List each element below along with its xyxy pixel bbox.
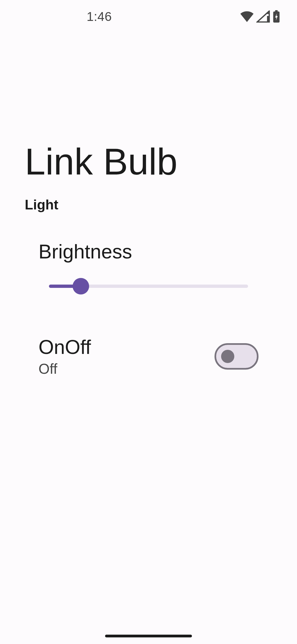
switch-thumb [221, 350, 234, 363]
onoff-labels: OnOff Off [38, 336, 91, 377]
brightness-label: Brightness [38, 240, 272, 263]
page-subtitle: Light [25, 197, 272, 213]
status-icons [240, 10, 280, 23]
onoff-switch[interactable] [215, 343, 258, 370]
onoff-title: OnOff [38, 336, 91, 358]
onoff-state: Off [38, 361, 91, 377]
svg-rect-0 [267, 16, 269, 23]
brightness-slider[interactable] [25, 278, 272, 294]
battery-icon [272, 10, 280, 23]
status-time: 1:46 [87, 9, 112, 24]
onoff-row: OnOff Off [25, 336, 272, 377]
brightness-section: Brightness [25, 240, 272, 294]
svg-rect-3 [275, 10, 278, 12]
svg-point-1 [267, 12, 269, 14]
signal-icon [256, 10, 270, 23]
nav-home-indicator[interactable] [105, 635, 192, 637]
slider-thumb[interactable] [73, 278, 89, 294]
status-bar: 1:46 [0, 0, 297, 33]
page-title: Link Bulb [25, 143, 272, 180]
wifi-icon [240, 11, 254, 22]
content: Link Bulb Light Brightness OnOff Off [0, 143, 297, 377]
